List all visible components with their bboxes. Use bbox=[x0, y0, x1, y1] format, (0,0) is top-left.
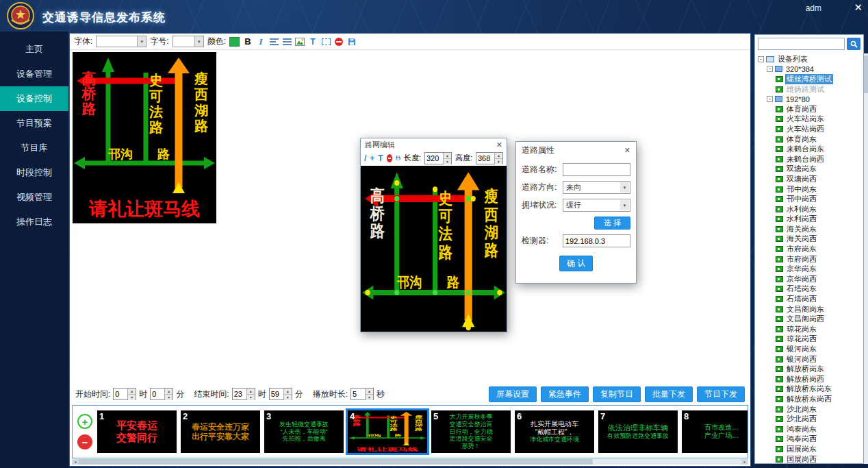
stepper-arrows[interactable]: ▲▼ bbox=[365, 389, 373, 399]
tree-item-1-27[interactable]: 解放桥岗西 bbox=[755, 374, 863, 384]
tree-item-1-24[interactable]: 银河岗东 bbox=[755, 344, 863, 354]
roadnet-dialog-titlebar[interactable]: 路网编辑 ✕ bbox=[361, 138, 507, 151]
action-button-0[interactable]: 屏幕设置 bbox=[489, 386, 537, 402]
sidebar-item-1[interactable]: 设备管理 bbox=[0, 62, 68, 86]
align-justify-icon[interactable] bbox=[282, 38, 292, 45]
playlist-item-8[interactable]: 8百市改造…产业广场… bbox=[682, 410, 748, 453]
tree-item-1-18[interactable]: 石塔岗东 bbox=[755, 284, 863, 295]
collapse-icon[interactable]: - bbox=[758, 56, 764, 62]
tree-item-1-15[interactable]: 市府岗西 bbox=[755, 254, 863, 264]
save-icon[interactable] bbox=[396, 154, 400, 162]
start-hour-stepper[interactable]: ▲▼ bbox=[113, 388, 136, 400]
sidebar-item-4[interactable]: 节目库 bbox=[0, 136, 68, 160]
action-button-3[interactable]: 批量下发 bbox=[645, 386, 693, 402]
tree-item-1-31[interactable]: 沙北岗西 bbox=[755, 414, 863, 424]
select-detector-button[interactable]: 选 择 bbox=[594, 217, 630, 230]
tree-item-1-19[interactable]: 石塔岗西 bbox=[755, 294, 863, 304]
props-dialog-titlebar[interactable]: 道路属性 ✕ bbox=[516, 142, 636, 158]
road-name-input[interactable] bbox=[563, 163, 630, 176]
tree-item-1-0[interactable]: 体育岗西 bbox=[755, 104, 863, 114]
tree-item-1-8[interactable]: 邗中岗东 bbox=[755, 184, 863, 195]
duration-stepper[interactable]: ▲▼ bbox=[350, 388, 374, 400]
step-up-icon[interactable]: ▲ bbox=[284, 389, 292, 395]
step-down-icon[interactable]: ▼ bbox=[366, 395, 373, 400]
tree-item-1-10[interactable]: 水利岗东 bbox=[755, 204, 863, 214]
playlist-item-4[interactable]: 4高桥路史可法路瘦西湖路邗沟路请礼让斑马线 bbox=[348, 410, 427, 453]
action-button-2[interactable]: 复制节目 bbox=[593, 386, 641, 402]
no-entry-icon[interactable] bbox=[387, 154, 392, 162]
tree-item-1-29[interactable]: 解放桥东岗西 bbox=[755, 394, 863, 404]
playlist-item-6[interactable]: 6扎实开展电动车“戴帽工程”，净化城市交通环境 bbox=[515, 410, 594, 453]
vertical-scrollbar[interactable] bbox=[864, 53, 868, 464]
tree-item-1-33[interactable]: 鸿泰岗西 bbox=[755, 434, 863, 445]
sidebar-item-5[interactable]: 时段控制 bbox=[0, 160, 68, 185]
tree-item-group-1[interactable]: -192*80 bbox=[755, 94, 863, 104]
tree-item-1-34[interactable]: 国展岗东 bbox=[755, 444, 863, 454]
end-hour-stepper[interactable]: ▲▼ bbox=[232, 388, 255, 400]
stepper-arrows[interactable]: ▲▼ bbox=[164, 389, 173, 399]
tree-item-1-16[interactable]: 京华岗东 bbox=[755, 264, 863, 274]
roadnet-canvas[interactable]: 高桥路史可法路瘦西湖路邗沟路 bbox=[361, 166, 507, 332]
playlist-item-5[interactable]: 5大力开展秋冬季交通安全整治百日行动，全力稳定道路交通安全形势！ bbox=[431, 410, 511, 453]
align-left-icon[interactable] bbox=[269, 38, 279, 45]
color-swatch[interactable] bbox=[229, 37, 240, 47]
tree-item-1-25[interactable]: 银河岗西 bbox=[755, 354, 863, 365]
start-minute-stepper[interactable]: ▲▼ bbox=[150, 388, 173, 400]
tree-item-1-12[interactable]: 海关岗东 bbox=[755, 224, 863, 234]
tree-item-0-1[interactable]: 维扬路测试 bbox=[755, 84, 863, 95]
stepper-arrows[interactable]: ▲▼ bbox=[246, 389, 255, 399]
step-up-icon[interactable]: ▲ bbox=[495, 153, 502, 159]
playlist-item-2[interactable]: 2春运安全连万家出行平安靠大家 bbox=[181, 410, 260, 453]
step-up-icon[interactable]: ▲ bbox=[247, 389, 255, 395]
draw-line-tool[interactable]: / bbox=[364, 153, 366, 163]
playlist-item-1[interactable]: 1平安春运交警同行 bbox=[97, 410, 177, 453]
tree-item-1-9[interactable]: 邗中岗西 bbox=[755, 194, 863, 204]
length-input[interactable] bbox=[425, 153, 443, 164]
tree-item-root[interactable]: -设备列表 bbox=[755, 54, 863, 64]
fit-box-icon[interactable] bbox=[321, 38, 331, 45]
sidebar-item-2[interactable]: 设备控制 bbox=[0, 86, 68, 111]
tree-item-1-30[interactable]: 沙北岗东 bbox=[755, 404, 863, 415]
search-button[interactable] bbox=[847, 38, 860, 50]
window-close-button[interactable]: ✕ bbox=[854, 1, 863, 14]
tree-item-1-32[interactable]: 鸿泰岗东 bbox=[755, 424, 863, 434]
step-down-icon[interactable]: ▼ bbox=[128, 395, 136, 400]
font-select[interactable]: ▼ bbox=[96, 36, 146, 47]
tree-item-1-13[interactable]: 海关岗西 bbox=[755, 234, 863, 245]
end-hour-input[interactable] bbox=[233, 389, 246, 399]
text-tool-button[interactable]: T bbox=[308, 37, 318, 47]
stepper-arrows[interactable]: ▲▼ bbox=[283, 389, 292, 399]
tree-item-1-7[interactable]: 双塘岗西 bbox=[755, 174, 863, 184]
scrollbar-thumb[interactable] bbox=[79, 459, 593, 465]
playlist-item-3[interactable]: 3发生轻微交通事故“人未伤，车能动”先拍照，后撤离 bbox=[264, 410, 344, 453]
tree-item-1-28[interactable]: 解放桥东岗东 bbox=[755, 384, 863, 395]
step-up-icon[interactable]: ▲ bbox=[165, 389, 173, 395]
tree-item-1-20[interactable]: 文昌阁岗东 bbox=[755, 304, 863, 315]
action-button-1[interactable]: 紧急事件 bbox=[541, 386, 589, 402]
tree-item-1-6[interactable]: 双塘岗东 bbox=[755, 164, 863, 175]
height-input[interactable] bbox=[476, 153, 494, 164]
move-tool[interactable]: + bbox=[370, 153, 374, 163]
step-down-icon[interactable]: ▼ bbox=[495, 159, 502, 164]
close-icon[interactable]: ✕ bbox=[496, 140, 502, 149]
device-search-input[interactable] bbox=[758, 38, 845, 50]
action-button-4[interactable]: 节目下发 bbox=[697, 386, 745, 402]
congestion-select[interactable]: 缓行 ▼ bbox=[563, 199, 630, 212]
height-stepper[interactable]: ▲▼ bbox=[476, 152, 503, 164]
add-program-button[interactable]: + bbox=[77, 414, 92, 429]
scrollbar-track[interactable] bbox=[593, 459, 741, 465]
save-icon[interactable] bbox=[347, 38, 357, 46]
stepper-arrows[interactable]: ▲▼ bbox=[494, 153, 502, 164]
tree-item-1-35[interactable]: 国展岗西 bbox=[755, 454, 863, 463]
sidebar-item-7[interactable]: 操作日志 bbox=[0, 210, 68, 234]
duration-input[interactable] bbox=[351, 389, 365, 399]
start-minute-input[interactable] bbox=[151, 389, 164, 399]
tree-item-1-5[interactable]: 来鹤台岗西 bbox=[755, 154, 863, 164]
tree-item-1-21[interactable]: 文昌阁岗西 bbox=[755, 314, 863, 324]
insert-image-icon[interactable] bbox=[295, 38, 305, 46]
road-direction-select[interactable]: 来向 ▼ bbox=[563, 181, 630, 194]
tree-item-1-14[interactable]: 市府岗东 bbox=[755, 244, 863, 254]
sidebar-item-6[interactable]: 视频管理 bbox=[0, 185, 68, 210]
tree-item-1-3[interactable]: 体育岗东 bbox=[755, 134, 863, 145]
collapse-icon[interactable]: - bbox=[767, 66, 773, 72]
